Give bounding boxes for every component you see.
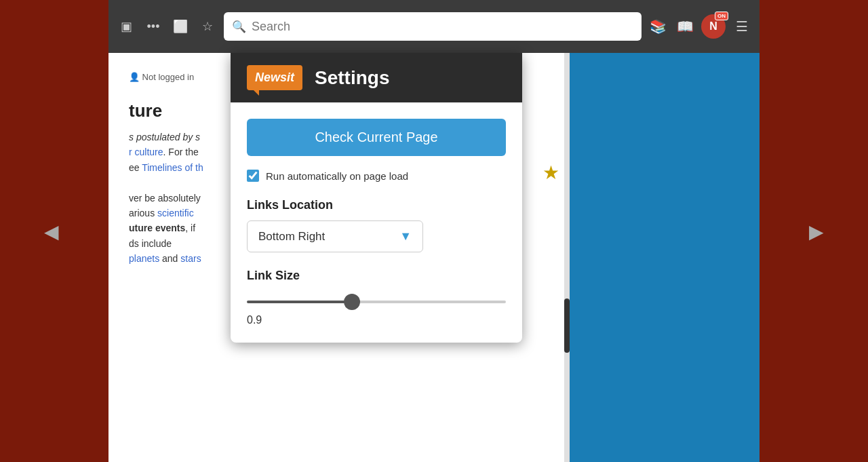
more-options-icon[interactable]: ••• — [142, 16, 164, 37]
auto-run-label: Run automatically on page load — [266, 170, 408, 182]
links-location-label: Links Location — [247, 198, 506, 212]
wiki-link-scientific[interactable]: scientific — [157, 208, 194, 218]
nav-right-arrow[interactable]: ▶ — [809, 220, 824, 242]
browser-window: ▣ ••• ⬜ ☆ 🔍 Search 📚 📖 N ON — [108, 0, 760, 462]
blue-right-panel — [570, 53, 760, 462]
newsit-logo-text: Newsit — [255, 71, 294, 84]
scrollbar[interactable] — [564, 53, 570, 462]
link-size-label: Link Size — [247, 269, 506, 283]
popup-header: Newsit Settings — [231, 53, 522, 102]
search-icon: 🔍 — [232, 20, 246, 34]
wiki-link-1[interactable]: r culture — [129, 147, 163, 157]
links-location-dropdown[interactable]: Bottom Right ▼ — [247, 220, 423, 252]
scrollbar-thumb[interactable] — [564, 299, 570, 353]
sidebar-toggle-icon[interactable]: ▣ — [115, 16, 137, 37]
bookmark-star-icon[interactable]: ☆ — [197, 16, 218, 37]
newsit-extension-badge[interactable]: N ON — [701, 14, 726, 39]
auto-run-checkbox[interactable] — [247, 170, 259, 182]
popup-title: Settings — [315, 67, 389, 89]
newsit-badge-letter: N — [709, 20, 717, 33]
toolbar-right-icons: 📚 📖 N ON ☰ — [647, 14, 753, 39]
newsit-logo-triangle — [252, 89, 259, 96]
check-current-page-button[interactable]: Check Current Page — [247, 119, 506, 156]
library-icon[interactable]: 📚 — [647, 16, 669, 37]
popup-body: Check Current Page Run automatically on … — [231, 102, 522, 343]
user-login-status: 👤 Not logged in — [129, 72, 194, 82]
slider-value: 0.9 — [247, 314, 506, 326]
settings-popup: Newsit Settings Check Current Page Run a… — [231, 53, 522, 343]
newsit-logo-box: Newsit — [247, 65, 302, 90]
dropdown-arrow-icon: ▼ — [399, 229, 412, 244]
wiki-star-bookmark[interactable]: ★ — [542, 161, 559, 184]
newsit-on-badge: ON — [715, 12, 728, 20]
slider-container — [247, 294, 506, 306]
wiki-link-planets[interactable]: planets — [129, 253, 159, 264]
reader-mode-icon[interactable]: 📖 — [674, 16, 696, 37]
browser-toolbar: ▣ ••• ⬜ ☆ 🔍 Search 📚 📖 N ON — [108, 0, 760, 53]
wiki-link-2[interactable]: Timelines of th — [142, 162, 203, 173]
hamburger-menu-icon[interactable]: ☰ — [731, 16, 753, 37]
auto-run-row: Run automatically on page load — [247, 170, 506, 182]
search-text: Search — [252, 20, 290, 34]
newsit-logo: Newsit — [247, 65, 302, 90]
pocket-icon[interactable]: ⬜ — [170, 16, 191, 37]
search-bar[interactable]: 🔍 Search — [224, 12, 642, 41]
link-size-slider[interactable] — [247, 301, 506, 303]
wiki-link-stars[interactable]: stars — [180, 253, 201, 264]
nav-left-arrow[interactable]: ◀ — [44, 220, 59, 242]
links-location-value: Bottom Right — [258, 230, 325, 244]
